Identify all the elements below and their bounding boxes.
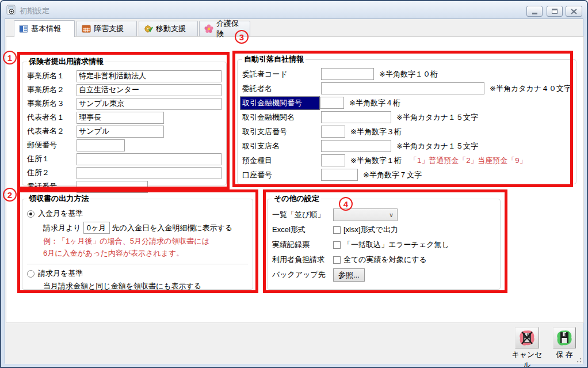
- receipt-note-line1: 例：「1ヶ月後」の場合、5月分請求の領収書には: [43, 236, 248, 246]
- field-label: 取引金融機関名: [242, 112, 321, 123]
- radio-label: 請求月を基準: [38, 268, 83, 279]
- field-label: 委託者コード: [242, 69, 321, 79]
- form-icon: [19, 24, 28, 33]
- maximize-button[interactable]: [547, 6, 563, 17]
- maximize-icon: [552, 9, 558, 14]
- deposit-type-input[interactable]: [321, 154, 345, 166]
- field-remark: ※半角数字１桁: [350, 155, 402, 166]
- footer: [5, 323, 583, 364]
- account-number-input[interactable]: [321, 169, 358, 181]
- representative-name-1-input[interactable]: [77, 112, 164, 124]
- field-remark: ※半角数字４桁: [349, 98, 400, 108]
- field-label: 預金種目: [242, 155, 321, 166]
- radio-description: 当月請求金額と同じ金額を領収書にも表示する: [43, 281, 248, 291]
- save-button[interactable]: [553, 327, 576, 348]
- tab-label: 障害支援: [94, 24, 124, 34]
- resize-grip[interactable]: [576, 357, 582, 363]
- app-icon: [6, 5, 16, 15]
- checkbox-label: 全ての実績を対象にする: [343, 255, 427, 265]
- office-name-2-input[interactable]: [77, 84, 222, 96]
- field-label: 郵便番号: [27, 140, 77, 150]
- field-label-highlighted: 取引金融機関番号: [240, 96, 320, 110]
- field-label: 電話番号: [27, 181, 77, 192]
- titlebar[interactable]: 初期設定: [1, 1, 587, 18]
- months-line-post: 先の入金日を入金明細欄に表示する: [112, 223, 233, 233]
- field-label: 利用者負担請求: [272, 255, 333, 265]
- all-results-target-checkbox[interactable]: [333, 256, 341, 264]
- field-label: 委託者名: [242, 84, 321, 94]
- tab-basic-info[interactable]: 基本情報: [14, 20, 75, 37]
- address-1-input[interactable]: [77, 153, 222, 165]
- group-receipt-output-method: 領収書の出力方法 入金月を基準 請求月より 先の入金日を入金明細欄に表示する 例…: [22, 194, 253, 290]
- branch-name-input[interactable]: [321, 140, 391, 152]
- field-label: 住所２: [27, 168, 77, 178]
- months-line-pre: 請求月より: [43, 223, 81, 233]
- cancel-button-label: キャンセル: [508, 350, 546, 368]
- group-auto-debit-info: 自動引落自社情報 委託者コード ※半角数字１０桁 委託者名 ※半角カタカナ４０文…: [237, 54, 576, 184]
- cancel-button[interactable]: [515, 327, 539, 348]
- sort-order-dropdown[interactable]: ∨: [333, 208, 398, 221]
- field-remark: ※半角カタカナ１５文字: [396, 112, 478, 123]
- field-label: 住所１: [27, 154, 77, 164]
- radio-billing-month-basis[interactable]: [27, 270, 35, 278]
- field-label: 口座番号: [242, 170, 321, 180]
- group-legend: 自動引落自社情報: [242, 54, 306, 65]
- field-label: 取引支店名: [242, 141, 321, 151]
- representative-name-2-input[interactable]: [77, 126, 164, 138]
- flower-icon: [204, 24, 213, 33]
- field-label: 一覧「並び順」: [272, 210, 333, 220]
- group-legend: 領収書の出力方法: [27, 194, 90, 204]
- group-legend: 保険者提出用請求情報: [27, 56, 105, 67]
- consignor-code-input[interactable]: [321, 68, 374, 80]
- table-icon: [82, 24, 91, 33]
- field-label: 代表者名２: [27, 126, 77, 136]
- floppy-cross-icon: [518, 329, 536, 347]
- init-settings-window: 初期設定 基本情報 障害支援: [0, 0, 588, 368]
- field-label: 代表者名１: [27, 112, 77, 123]
- address-2-input[interactable]: [77, 167, 222, 179]
- field-label: バックアップ先: [272, 270, 333, 280]
- field-label: 事業所名１: [27, 71, 77, 81]
- field-label: 事業所名３: [27, 98, 77, 109]
- field-label: 事業所名２: [27, 85, 77, 95]
- radio-payment-month-basis[interactable]: [27, 210, 35, 218]
- radio-label: 入金月を基準: [38, 208, 83, 219]
- office-name-3-input[interactable]: [77, 98, 222, 110]
- field-label: Excel形式: [272, 225, 333, 235]
- checkbox-label: 「一括取込」エラーチェク無し: [343, 240, 449, 250]
- phone-number-input[interactable]: [77, 181, 148, 193]
- tab-label: 移動支援: [156, 24, 186, 34]
- gear-check-icon: [144, 24, 153, 33]
- xlsx-output-checkbox[interactable]: [333, 226, 341, 234]
- minimize-button[interactable]: [526, 6, 543, 17]
- tab-mobility-support[interactable]: 移動支援: [139, 21, 198, 36]
- backup-browse-button[interactable]: 参照...: [333, 268, 365, 282]
- postal-code-input[interactable]: [77, 139, 125, 151]
- months-offset-input[interactable]: [83, 222, 110, 234]
- field-label: 取引支店番号: [242, 127, 321, 137]
- consignor-name-input[interactable]: [321, 82, 484, 94]
- group-legend: その他の設定: [272, 194, 321, 204]
- minimize-icon: [532, 13, 537, 14]
- close-button[interactable]: [566, 6, 582, 17]
- group-other-settings: その他の設定 一覧「並び順」 ∨ Excel形式 [xlsx]形式で出力 実績記…: [267, 194, 501, 290]
- field-remark: ※半角数字７文字: [363, 170, 422, 180]
- field-label: 実績記録票: [272, 240, 333, 250]
- field-remark: ※半角カタカナ４０文字: [490, 84, 571, 94]
- window-title: 初期設定: [20, 6, 49, 16]
- office-name-1-input[interactable]: [77, 70, 222, 82]
- floppy-icon: [556, 329, 573, 347]
- branch-number-input[interactable]: [321, 126, 345, 138]
- bank-name-input[interactable]: [321, 111, 391, 123]
- field-remark: ※半角数字３桁: [350, 127, 402, 137]
- tab-care-insurance[interactable]: 介護保険: [199, 21, 250, 36]
- checkbox-label: [xlsx]形式で出力: [343, 225, 398, 235]
- tab-label: 介護保険: [216, 18, 245, 39]
- bank-number-input[interactable]: [320, 97, 344, 109]
- bulk-import-no-error-check-checkbox[interactable]: [333, 241, 341, 249]
- field-remark: ※半角カタカナ１５文字: [396, 141, 478, 151]
- close-icon: [571, 9, 577, 14]
- tab-disability-support[interactable]: 障害支援: [77, 21, 137, 36]
- deposit-type-note: 「1」普通預金「2」当座預金「9」: [410, 155, 527, 166]
- chevron-down-icon: ∨: [389, 211, 394, 219]
